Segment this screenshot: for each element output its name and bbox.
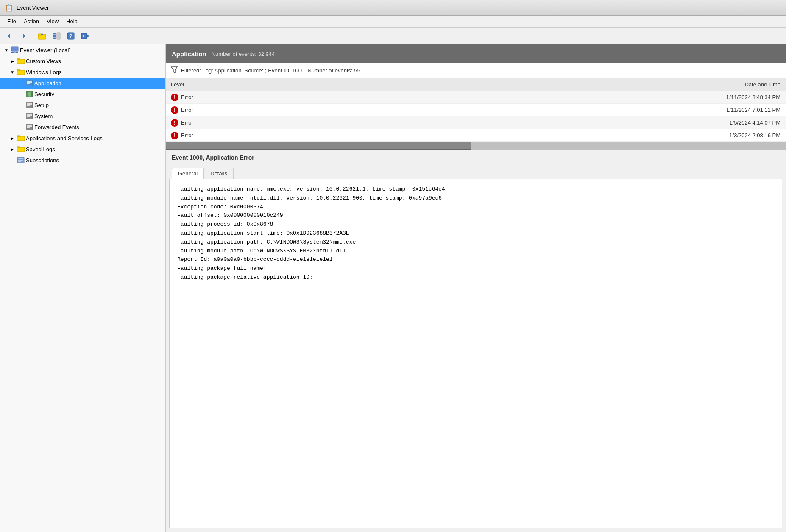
row-1-datetime: 1/11/2024 8:48:34 PM xyxy=(696,94,780,100)
filter-text: Filtered: Log: Application; Source: ; Ev… xyxy=(181,67,360,74)
row-3-level: ! Error xyxy=(171,119,696,127)
toolbar-separator-1 xyxy=(33,31,33,41)
back-button[interactable] xyxy=(3,30,16,42)
detail-line-10: Faulting package full name: xyxy=(177,264,774,273)
menu-help[interactable]: Help xyxy=(63,17,81,26)
filter-icon xyxy=(171,66,178,75)
toolbar: ? xyxy=(0,28,786,44)
svg-rect-15 xyxy=(11,47,18,51)
svg-marker-1 xyxy=(23,33,25,39)
expand-app-services[interactable]: ▶ xyxy=(9,135,16,141)
svg-rect-3 xyxy=(38,34,41,36)
svg-text:?: ? xyxy=(69,33,72,39)
computer-icon xyxy=(11,46,19,54)
sidebar-item-custom-views[interactable]: ▶ Custom Views xyxy=(0,55,165,66)
sidebar-item-app-services-logs[interactable]: ▶ Applications and Services Logs xyxy=(0,133,165,144)
table-row[interactable]: ! Error 1/5/2024 4:14:07 PM xyxy=(166,116,786,129)
svg-rect-17 xyxy=(14,52,16,53)
table-row[interactable]: ! Error 1/11/2024 8:48:34 PM xyxy=(166,91,786,104)
sidebar-item-saved-logs[interactable]: ▶ Saved Logs xyxy=(0,144,165,155)
expand-forwarded-events[interactable] xyxy=(17,124,24,130)
expand-event-viewer[interactable]: ▼ xyxy=(3,47,10,53)
expand-saved-logs[interactable]: ▶ xyxy=(9,146,16,152)
svg-rect-27 xyxy=(26,113,33,119)
sidebar-tree: ▼ Event Viewer (Local) ▶ xyxy=(0,44,166,532)
events-table: Level Date and Time ! Error 1/11/2024 8:… xyxy=(166,78,786,150)
sidebar-item-windows-logs[interactable]: ▼ Windows Logs xyxy=(0,66,165,78)
sidebar-item-event-viewer-local[interactable]: ▼ Event Viewer (Local) xyxy=(0,44,165,55)
svg-rect-23 xyxy=(26,102,33,108)
menu-view[interactable]: View xyxy=(43,17,62,26)
sidebar-item-security[interactable]: Security xyxy=(0,89,165,100)
panel-title: Application xyxy=(172,50,206,58)
scrollbar-thumb[interactable] xyxy=(166,142,471,150)
row-4-level-text: Error xyxy=(181,132,193,139)
detail-header: Event 1000, Application Error xyxy=(166,150,786,165)
expand-subscriptions[interactable] xyxy=(9,157,16,163)
svg-marker-39 xyxy=(171,67,177,73)
row-3-level-text: Error xyxy=(181,119,193,126)
tab-details[interactable]: Details xyxy=(204,168,234,179)
security-log-icon xyxy=(25,90,33,98)
row-1-level: ! Error xyxy=(171,94,696,101)
detail-line-9: Report Id: a0a0a0a0-bbbb-cccc-dddd-e1e1e… xyxy=(177,255,774,264)
tab-general[interactable]: General xyxy=(172,168,204,179)
row-1-level-text: Error xyxy=(181,94,193,100)
subscriptions-icon xyxy=(17,156,25,164)
menu-file[interactable]: File xyxy=(4,17,20,26)
setup-log-icon xyxy=(25,101,33,109)
expand-custom-views[interactable]: ▶ xyxy=(9,58,16,64)
row-2-level-text: Error xyxy=(181,107,193,113)
detail-panel: Event 1000, Application Error General De… xyxy=(166,150,786,532)
expand-system[interactable] xyxy=(17,113,24,119)
sidebar-item-setup[interactable]: Setup xyxy=(0,100,165,111)
svg-rect-31 xyxy=(26,124,33,130)
window-icon: 📋 xyxy=(5,4,13,12)
expand-windows-logs[interactable]: ▼ xyxy=(9,69,16,75)
col-header-datetime: Date and Time xyxy=(696,81,780,88)
menu-action[interactable]: Action xyxy=(20,17,42,26)
table-row[interactable]: ! Error 1/3/2024 2:08:16 PM xyxy=(166,129,786,142)
filter-bar: Filtered: Log: Application; Source: ; Ev… xyxy=(166,63,786,78)
detail-line-11: Faulting package-relative application ID… xyxy=(177,273,774,282)
sidebar-item-subscriptions[interactable]: Subscriptions xyxy=(0,155,165,166)
expand-security[interactable] xyxy=(17,91,24,97)
forwarded-events-log-icon xyxy=(25,123,33,131)
horizontal-scrollbar[interactable] xyxy=(166,142,786,150)
up-folder-button[interactable] xyxy=(36,30,48,42)
windows-logs-folder-icon xyxy=(17,68,25,76)
panel-header: Application Number of events: 32,944 xyxy=(166,44,786,63)
row-3-datetime: 1/5/2024 4:14:07 PM xyxy=(696,119,780,126)
detail-line-1: Faulting application name: mmc.exe, vers… xyxy=(177,185,774,194)
error-icon-3: ! xyxy=(171,119,178,127)
expand-application[interactable] xyxy=(17,80,24,86)
application-label: Application xyxy=(34,80,61,86)
detail-line-3: Exception code: 0xc0000374 xyxy=(177,203,774,212)
detail-line-5: Faulting process id: 0x0x8678 xyxy=(177,220,774,229)
forward-button[interactable] xyxy=(17,30,30,42)
event-viewer-window: 📋 Event Viewer File Action View Help xyxy=(0,0,786,532)
table-row[interactable]: ! Error 1/11/2024 7:01:11 PM xyxy=(166,104,786,116)
svg-rect-18 xyxy=(26,80,33,86)
sidebar-item-application[interactable]: Application xyxy=(0,78,165,89)
help-button[interactable]: ? xyxy=(64,30,77,42)
custom-views-folder-icon xyxy=(17,57,25,65)
app-services-logs-label: Applications and Services Logs xyxy=(26,135,103,141)
detail-content: Faulting application name: mmc.exe, vers… xyxy=(169,179,782,528)
svg-marker-0 xyxy=(8,33,10,39)
event-viewer-local-label: Event Viewer (Local) xyxy=(20,47,71,53)
setup-label: Setup xyxy=(34,102,49,108)
detail-line-2: Faulting module name: ntdll.dll, version… xyxy=(177,194,774,203)
video-button[interactable] xyxy=(79,30,92,42)
system-label: System xyxy=(34,113,53,119)
right-panel: Application Number of events: 32,944 Fil… xyxy=(166,44,786,532)
error-icon-2: ! xyxy=(171,106,178,114)
svg-marker-13 xyxy=(87,35,89,37)
show-hide-button[interactable] xyxy=(50,30,63,42)
expand-setup[interactable] xyxy=(17,102,24,108)
menu-bar: File Action View Help xyxy=(0,16,786,28)
forwarded-events-label: Forwarded Events xyxy=(34,124,79,130)
sidebar-item-system[interactable]: System xyxy=(0,111,165,122)
application-log-icon xyxy=(25,79,33,87)
sidebar-item-forwarded-events[interactable]: Forwarded Events xyxy=(0,122,165,133)
